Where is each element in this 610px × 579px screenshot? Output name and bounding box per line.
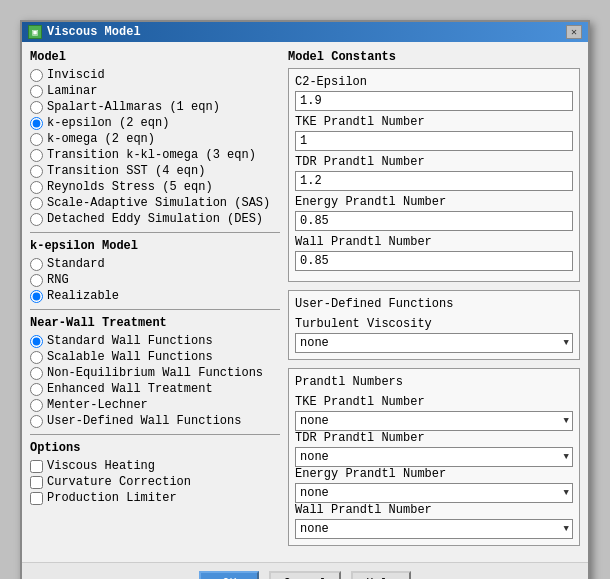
model-sas-radio[interactable] bbox=[30, 197, 43, 210]
nw-scalable-wall-radio[interactable] bbox=[30, 351, 43, 364]
model-trans-k-kl[interactable]: Transition k-kl-omega (3 eqn) bbox=[30, 148, 280, 162]
model-section-label: Model bbox=[30, 50, 280, 64]
opt-curvature-correction[interactable]: Curvature Correction bbox=[30, 475, 280, 489]
model-reynolds[interactable]: Reynolds Stress (5 eqn) bbox=[30, 180, 280, 194]
model-k-omega[interactable]: k-omega (2 eqn) bbox=[30, 132, 280, 146]
ke-standard-radio[interactable] bbox=[30, 258, 43, 271]
model-des[interactable]: Detached Eddy Simulation (DES) bbox=[30, 212, 280, 226]
model-trans-k-kl-radio[interactable] bbox=[30, 149, 43, 162]
opt-viscous-heating[interactable]: Viscous Heating bbox=[30, 459, 280, 473]
model-inviscid-label: Inviscid bbox=[47, 68, 105, 82]
ke-realizable[interactable]: Realizable bbox=[30, 289, 280, 303]
dialog-footer: OK Cancel Help bbox=[22, 562, 588, 579]
pn-tke-dropdown[interactable]: none bbox=[295, 411, 573, 431]
nw-enhanced[interactable]: Enhanced Wall Treatment bbox=[30, 382, 280, 396]
tdr-prandtl-input[interactable] bbox=[295, 171, 573, 191]
model-radio-group: Inviscid Laminar Spalart-Allmaras (1 eqn… bbox=[30, 68, 280, 226]
opt-production-limiter-check[interactable] bbox=[30, 492, 43, 505]
model-trans-sst-radio[interactable] bbox=[30, 165, 43, 178]
nw-non-eq-label: Non-Equilibrium Wall Functions bbox=[47, 366, 263, 380]
nw-enhanced-label: Enhanced Wall Treatment bbox=[47, 382, 213, 396]
options-checkbox-group: Viscous Heating Curvature Correction Pro… bbox=[30, 459, 280, 505]
turbulent-viscosity-dropdown[interactable]: none bbox=[295, 333, 573, 353]
k-epsilon-radio-group: Standard RNG Realizable bbox=[30, 257, 280, 303]
ke-standard-label: Standard bbox=[47, 257, 105, 271]
model-laminar-radio[interactable] bbox=[30, 85, 43, 98]
ke-standard[interactable]: Standard bbox=[30, 257, 280, 271]
c2-epsilon-input[interactable] bbox=[295, 91, 573, 111]
model-inviscid[interactable]: Inviscid bbox=[30, 68, 280, 82]
nw-standard-wall[interactable]: Standard Wall Functions bbox=[30, 334, 280, 348]
divider-3 bbox=[30, 434, 280, 435]
model-reynolds-label: Reynolds Stress (5 eqn) bbox=[47, 180, 213, 194]
energy-prandtl-input[interactable] bbox=[295, 211, 573, 231]
ke-realizable-radio[interactable] bbox=[30, 290, 43, 303]
model-spalart-radio[interactable] bbox=[30, 101, 43, 114]
divider-2 bbox=[30, 309, 280, 310]
model-constants-scroll[interactable]: C2-Epsilon TKE Prandtl Number TDR Prandt… bbox=[288, 68, 580, 282]
nw-menter-radio[interactable] bbox=[30, 399, 43, 412]
model-trans-sst[interactable]: Transition SST (4 eqn) bbox=[30, 164, 280, 178]
user-defined-section: User-Defined Functions Turbulent Viscosi… bbox=[288, 290, 580, 360]
pn-tke-label: TKE Prandtl Number bbox=[295, 395, 573, 409]
pn-energy-label: Energy Prandtl Number bbox=[295, 467, 573, 481]
nw-scalable-wall[interactable]: Scalable Wall Functions bbox=[30, 350, 280, 364]
model-spalart[interactable]: Spalart-Allmaras (1 eqn) bbox=[30, 100, 280, 114]
nw-user-def-label: User-Defined Wall Functions bbox=[47, 414, 241, 428]
ok-button[interactable]: OK bbox=[199, 571, 259, 579]
model-trans-sst-label: Transition SST (4 eqn) bbox=[47, 164, 205, 178]
dialog-body: Model Inviscid Laminar Spalart-Allmaras … bbox=[22, 42, 588, 562]
ke-realizable-label: Realizable bbox=[47, 289, 119, 303]
pn-wall-dropdown[interactable]: none bbox=[295, 519, 573, 539]
opt-curvature-correction-check[interactable] bbox=[30, 476, 43, 489]
opt-curvature-correction-label: Curvature Correction bbox=[47, 475, 191, 489]
pn-energy-dropdown[interactable]: none bbox=[295, 483, 573, 503]
c2-epsilon-label: C2-Epsilon bbox=[295, 75, 573, 89]
model-k-omega-radio[interactable] bbox=[30, 133, 43, 146]
model-sas[interactable]: Scale-Adaptive Simulation (SAS) bbox=[30, 196, 280, 210]
model-reynolds-radio[interactable] bbox=[30, 181, 43, 194]
help-button[interactable]: Help bbox=[351, 571, 411, 579]
nw-standard-wall-radio[interactable] bbox=[30, 335, 43, 348]
opt-viscous-heating-label: Viscous Heating bbox=[47, 459, 155, 473]
nw-non-eq-radio[interactable] bbox=[30, 367, 43, 380]
nw-non-eq[interactable]: Non-Equilibrium Wall Functions bbox=[30, 366, 280, 380]
nw-user-def-radio[interactable] bbox=[30, 415, 43, 428]
nw-menter-label: Menter-Lechner bbox=[47, 398, 148, 412]
model-laminar[interactable]: Laminar bbox=[30, 84, 280, 98]
opt-production-limiter[interactable]: Production Limiter bbox=[30, 491, 280, 505]
nw-scalable-wall-label: Scalable Wall Functions bbox=[47, 350, 213, 364]
title-bar: ▣ Viscous Model ✕ bbox=[22, 22, 588, 42]
model-des-label: Detached Eddy Simulation (DES) bbox=[47, 212, 263, 226]
nw-menter[interactable]: Menter-Lechner bbox=[30, 398, 280, 412]
close-button[interactable]: ✕ bbox=[566, 25, 582, 39]
pn-energy-wrapper: none bbox=[295, 483, 573, 503]
ke-rng-radio[interactable] bbox=[30, 274, 43, 287]
app-icon: ▣ bbox=[28, 25, 42, 39]
tdr-prandtl-label: TDR Prandtl Number bbox=[295, 155, 573, 169]
options-label: Options bbox=[30, 441, 280, 455]
nw-enhanced-radio[interactable] bbox=[30, 383, 43, 396]
model-k-epsilon[interactable]: k-epsilon (2 eqn) bbox=[30, 116, 280, 130]
model-k-epsilon-label: k-epsilon (2 eqn) bbox=[47, 116, 169, 130]
model-laminar-label: Laminar bbox=[47, 84, 97, 98]
k-epsilon-model-label: k-epsilon Model bbox=[30, 239, 280, 253]
pn-tdr-dropdown[interactable]: none bbox=[295, 447, 573, 467]
model-inviscid-radio[interactable] bbox=[30, 69, 43, 82]
energy-prandtl-label: Energy Prandtl Number bbox=[295, 195, 573, 209]
model-trans-k-kl-label: Transition k-kl-omega (3 eqn) bbox=[47, 148, 256, 162]
wall-prandtl-input[interactable] bbox=[295, 251, 573, 271]
pn-tdr-label: TDR Prandtl Number bbox=[295, 431, 573, 445]
model-des-radio[interactable] bbox=[30, 213, 43, 226]
dialog-title: Viscous Model bbox=[47, 25, 141, 39]
nw-user-def[interactable]: User-Defined Wall Functions bbox=[30, 414, 280, 428]
model-k-epsilon-radio[interactable] bbox=[30, 117, 43, 130]
title-bar-left: ▣ Viscous Model bbox=[28, 25, 141, 39]
divider-1 bbox=[30, 232, 280, 233]
opt-viscous-heating-check[interactable] bbox=[30, 460, 43, 473]
pn-wall-label: Wall Prandtl Number bbox=[295, 503, 573, 517]
cancel-button[interactable]: Cancel bbox=[269, 571, 340, 579]
tke-prandtl-input[interactable] bbox=[295, 131, 573, 151]
ke-rng[interactable]: RNG bbox=[30, 273, 280, 287]
wall-prandtl-label: Wall Prandtl Number bbox=[295, 235, 573, 249]
